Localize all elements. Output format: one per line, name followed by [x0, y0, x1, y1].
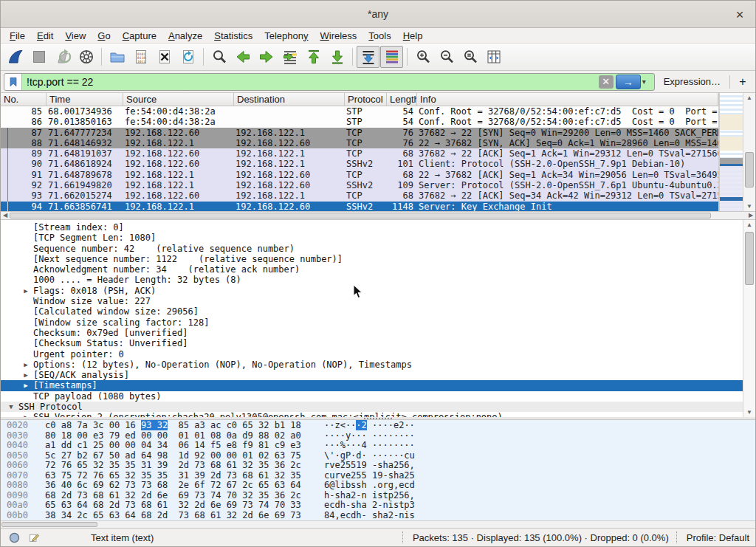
start-capture-button[interactable] [4, 46, 27, 68]
column-header-protocol[interactable]: Protocol [345, 93, 387, 106]
profile-status[interactable]: Profile: Default [687, 532, 749, 543]
hex-row-0030[interactable]: 003080 18 00 e3 79 ed 00 00 01 01 08 0a … [7, 431, 755, 441]
menu-edit[interactable]: Edit [31, 30, 59, 42]
hex-row-00a0[interactable]: 00a065 63 64 68 2d 73 68 61 32 2d 6e 69 … [7, 500, 755, 511]
last-packet-button[interactable] [326, 46, 348, 68]
packet-row-94[interactable]: 9471.663856741192.168.122.1192.168.122.6… [1, 202, 718, 211]
detail-line-18[interactable]: ▶SSH Version 2 (encryption:chacha20-poly… [1, 412, 743, 417]
goto-packet-button[interactable] [278, 46, 301, 68]
scroll-up-icon[interactable]: ▲ [743, 220, 755, 230]
display-filter-input[interactable] [22, 76, 599, 88]
column-header-length[interactable]: Length [387, 93, 417, 106]
ascii-bytes[interactable]: ···%···4 ········ [324, 441, 415, 451]
detail-line-4[interactable]: Acknowledgment number: 34 (relative ack … [1, 264, 743, 275]
detail-line-8[interactable]: [Calculated window size: 29056] [1, 306, 743, 317]
expression-button[interactable]: Expression… [659, 76, 725, 87]
close-file-button[interactable] [153, 46, 176, 68]
menu-view[interactable]: View [59, 30, 92, 42]
packet-row-91[interactable]: 9171.648789678192.168.122.1192.168.122.6… [1, 170, 718, 180]
detail-line-14[interactable]: ▶[SEQ/ACK analysis] [1, 370, 743, 380]
detail-line-5[interactable]: 1000 .... = Header Length: 32 bytes (8) [1, 275, 743, 285]
hex-row-0070[interactable]: 007063 75 72 76 65 32 35 35 31 39 2d 73 … [7, 471, 755, 481]
ascii-bytes[interactable]: ····y··· ········ [324, 431, 415, 441]
menu-help[interactable]: Help [397, 30, 429, 42]
detail-line-15[interactable]: ▶[Timestamps] [1, 380, 743, 391]
detail-line-13[interactable]: ▶Options: (12 bytes), No-Operation (NOP)… [1, 359, 743, 370]
hex-bytes[interactable]: 38 34 2c 65 63 64 68 2d 73 68 61 32 2d 6… [45, 511, 305, 521]
collapsed-arrow-icon[interactable]: ▶ [21, 412, 30, 417]
scroll-right-icon[interactable]: ▶ [746, 212, 755, 219]
detail-line-9[interactable]: [Window size scaling factor: 128] [1, 317, 743, 328]
collapsed-arrow-icon[interactable]: ▶ [21, 370, 30, 380]
detail-line-17[interactable]: ▼SSH Protocol [1, 402, 743, 412]
hex-row-0090[interactable]: 009068 2d 73 68 61 32 2d 6e 69 73 74 70 … [7, 491, 755, 501]
bytes-hscrollbar[interactable] [1, 520, 755, 528]
add-filter-button[interactable]: + [735, 75, 751, 89]
packet-list-vscrollbar[interactable]: ▲ ▼ [743, 93, 755, 211]
filter-bookmark-button[interactable] [4, 74, 22, 90]
detail-line-2[interactable]: Sequence number: 42 (relative sequence n… [1, 244, 743, 254]
scroll-up-icon[interactable]: ▲ [743, 93, 755, 103]
column-header-info[interactable]: Info [417, 93, 718, 106]
packet-row-90[interactable]: 9071.648618924192.168.122.60192.168.122.… [1, 159, 718, 169]
collapsed-arrow-icon[interactable]: ▶ [21, 380, 30, 391]
ascii-bytes[interactable]: curve255 19-sha25 [324, 471, 415, 481]
detail-line-11[interactable]: [Checksum Status: Unverified] [1, 338, 743, 348]
details-vscrollbar[interactable]: ▲ ▼ [743, 220, 755, 417]
scroll-down-icon[interactable]: ▼ [743, 202, 755, 211]
zoom-original-button[interactable] [458, 46, 481, 68]
menu-telephony[interactable]: Telephony [258, 30, 314, 42]
packet-row-85[interactable]: 8568.001734936fe:54:00:d4:38:2aSTP54Conf… [1, 106, 718, 117]
packet-row-88[interactable]: 8871.648146932192.168.122.1192.168.122.6… [1, 138, 718, 148]
packet-row-92[interactable]: 9271.661949820192.168.122.1192.168.122.6… [1, 180, 718, 190]
menu-wireless[interactable]: Wireless [315, 30, 363, 42]
reload-file-button[interactable] [176, 46, 199, 68]
hex-bytes[interactable]: 36 40 6c 69 62 73 73 68 2e 6f 72 67 2c 6… [45, 481, 305, 491]
column-header-source[interactable]: Source [123, 93, 234, 106]
capture-comment-icon[interactable] [28, 531, 41, 544]
next-packet-button[interactable] [255, 46, 278, 68]
hex-bytes[interactable]: 5c 27 b2 67 50 ad 64 98 1d 92 00 00 01 0… [45, 451, 305, 461]
packet-row-87[interactable]: 8771.647777234192.168.122.60192.168.122.… [1, 128, 718, 138]
hex-row-0040[interactable]: 0040a1 dd c1 25 00 00 04 34 06 14 f5 e8 … [7, 441, 755, 451]
hex-bytes[interactable]: c0 a8 7a 3c 00 16 93 32 85 a3 ac c0 65 3… [45, 421, 305, 431]
scrollbar-thumb[interactable] [1, 522, 97, 527]
ascii-bytes[interactable]: ecdh-sha 2-nistp3 [324, 500, 415, 511]
hex-row-0060[interactable]: 006072 76 65 32 35 35 31 39 2d 73 68 61 … [7, 461, 755, 471]
ascii-bytes[interactable]: h-sha2-n istp256, [324, 491, 415, 501]
ascii-bytes[interactable]: 84,ecdh- sha2-nis [324, 511, 415, 521]
ascii-bytes[interactable]: \'·gP·d· ······cu [324, 451, 415, 461]
capture-options-button[interactable] [75, 46, 97, 68]
filter-apply-button[interactable]: → [616, 75, 641, 89]
find-packet-button[interactable] [207, 46, 230, 68]
detail-line-6[interactable]: ▶Flags: 0x018 (PSH, ACK) [1, 286, 743, 296]
colorize-packets-button[interactable] [380, 46, 403, 68]
detail-line-3[interactable]: [Next sequence number: 1122 (relative se… [1, 254, 743, 264]
expanded-arrow-icon[interactable]: ▼ [7, 402, 16, 412]
hex-row-0080[interactable]: 008036 40 6c 69 62 73 73 68 2e 6f 72 67 … [7, 481, 755, 491]
intelligent-scrollbar-minimap[interactable] [719, 93, 743, 211]
menu-capture[interactable]: Capture [117, 30, 162, 42]
scrollbar-thumb[interactable] [745, 232, 754, 285]
detail-line-12[interactable]: Urgent pointer: 0 [1, 349, 743, 359]
resize-columns-button[interactable] [482, 46, 505, 68]
packet-row-86[interactable]: 8670.013850163fe:54:00:d4:38:2aSTP54Conf… [1, 117, 718, 127]
scroll-left-icon[interactable]: ◀ [1, 212, 10, 219]
window-close-icon[interactable]: × [730, 5, 749, 24]
column-header-destination[interactable]: Destination [234, 93, 345, 106]
collapsed-arrow-icon[interactable]: ▶ [21, 359, 30, 370]
stop-capture-button[interactable] [27, 46, 50, 68]
hex-bytes[interactable]: a1 dd c1 25 00 00 04 34 06 14 f5 e8 f9 8… [45, 441, 305, 451]
zoom-out-button[interactable] [435, 46, 458, 68]
packet-row-89[interactable]: 8971.648191037192.168.122.60192.168.122.… [1, 148, 718, 159]
hex-row-0050[interactable]: 00505c 27 b2 67 50 ad 64 98 1d 92 00 00 … [7, 451, 755, 461]
auto-scroll-button[interactable] [357, 46, 379, 68]
hex-bytes[interactable]: 63 75 72 76 65 32 35 35 31 39 2d 73 68 6… [45, 471, 305, 481]
ascii-bytes[interactable]: ··z<···2 ····e2·· [324, 421, 415, 431]
detail-line-16[interactable]: TCP payload (1080 bytes) [1, 391, 743, 402]
detail-line-7[interactable]: Window size value: 227 [1, 296, 743, 306]
scroll-down-icon[interactable]: ▼ [743, 407, 755, 417]
hex-row-0020[interactable]: 0020c0 a8 7a 3c 00 16 93 32 85 a3 ac c0 … [7, 421, 755, 431]
menu-go[interactable]: Go [92, 30, 116, 42]
open-file-button[interactable] [106, 46, 128, 68]
